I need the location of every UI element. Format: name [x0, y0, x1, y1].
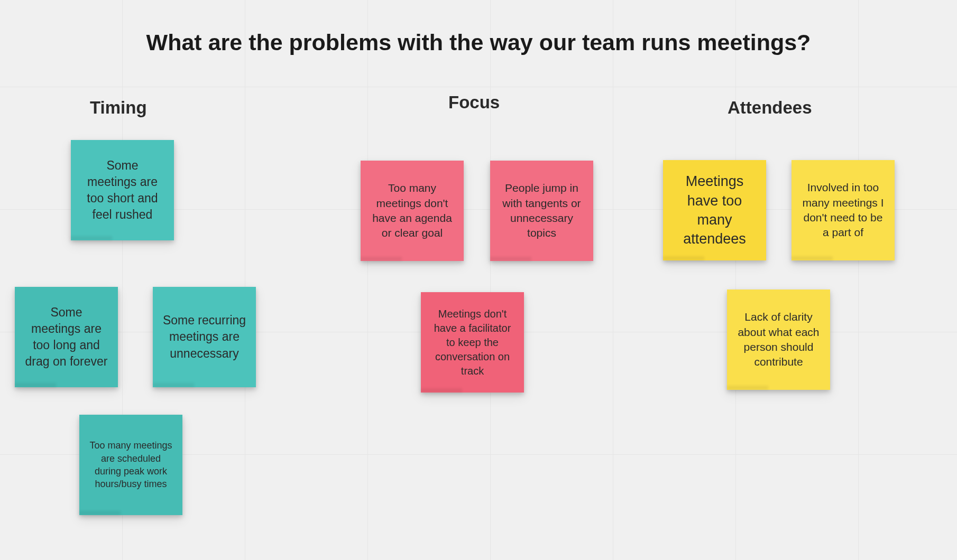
board-title[interactable]: What are the problems with the way our t…: [0, 30, 957, 55]
sticky-note[interactable]: Too many meetings are scheduled during p…: [79, 415, 182, 515]
sticky-note[interactable]: Meetings don't have a facilitator to kee…: [421, 292, 524, 393]
sticky-note[interactable]: Some recurring meetings are unnecessary: [153, 287, 256, 387]
sticky-note[interactable]: People jump in with tangents or unnecess…: [490, 161, 593, 261]
sticky-note[interactable]: Too many meetings don't have an agenda o…: [361, 161, 464, 261]
sticky-note[interactable]: Involved in too many meetings I don't ne…: [792, 160, 895, 260]
sticky-note[interactable]: Some meetings are too short and feel rus…: [71, 140, 174, 240]
cluster-heading-focus[interactable]: Focus: [448, 92, 500, 113]
sticky-note[interactable]: Lack of clarity about what each person s…: [727, 290, 830, 390]
cluster-heading-attendees[interactable]: Attendees: [728, 98, 812, 118]
cluster-heading-timing[interactable]: Timing: [90, 98, 147, 118]
sticky-note[interactable]: Meetings have too many attendees: [663, 160, 766, 260]
sticky-note[interactable]: Some meetings are too long and drag on f…: [15, 287, 118, 387]
